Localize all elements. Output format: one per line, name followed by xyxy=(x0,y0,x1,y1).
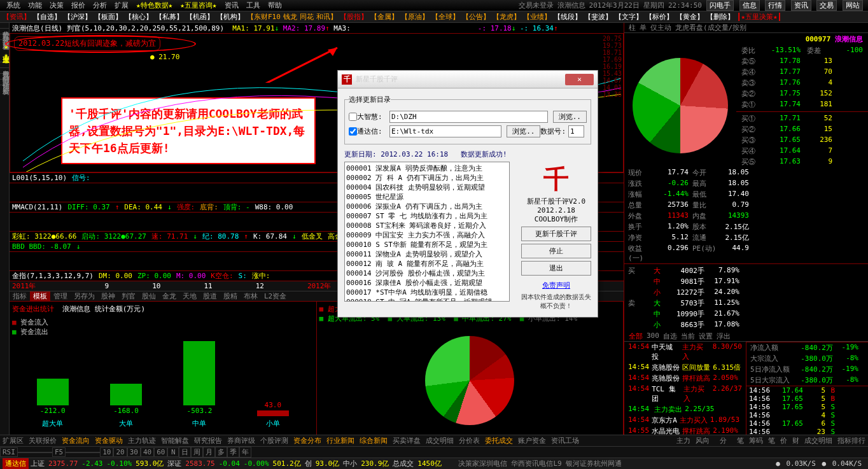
category-tab[interactable]: 【股指】 xyxy=(339,12,369,22)
bottom-tab[interactable]: 资金驱动 xyxy=(92,436,125,445)
dialog-titlebar[interactable]: 千 新星千股千评 ✕ xyxy=(338,71,598,88)
list-item[interactable]: 000018 ST 中 冠A 能量有所不足，近期观望 xyxy=(346,297,508,302)
bottom-tab-r[interactable]: 筹码 xyxy=(746,436,766,445)
indicator-tab[interactable]: 另存为 xyxy=(71,291,98,301)
category-tab[interactable]: 【核心】 xyxy=(123,12,154,22)
bottom-tab[interactable]: 扩展区 xyxy=(0,436,26,445)
category-tab[interactable]: 【标价】 xyxy=(644,12,675,22)
indicator-tab[interactable]: 股精 xyxy=(220,291,241,301)
category-tab[interactable]: 【龙虎】 xyxy=(491,12,522,22)
category-tab[interactable]: 【自选】 xyxy=(32,12,62,22)
stock-comment-list[interactable]: 000001 深发展A 弱势反弹酝酿，注意为主000002 万 科 A 仍有下调… xyxy=(344,162,510,302)
list-item[interactable]: 000005 世纪星源 xyxy=(346,192,508,202)
toolbar-btn[interactable]: 年 xyxy=(239,447,251,458)
category-tab[interactable]: 【黄金】 xyxy=(675,12,705,22)
menu-ext[interactable]: 扩展 xyxy=(111,1,132,10)
filter-tab[interactable]: 全部 xyxy=(627,332,645,341)
tdx-path[interactable] xyxy=(389,125,501,137)
bottom-tab-r[interactable]: 主力 xyxy=(674,436,693,445)
category-tab[interactable]: 同花 xyxy=(298,12,315,22)
bottom-tab-r[interactable]: 财 xyxy=(790,436,802,445)
toolbar-btn[interactable]: 60 xyxy=(154,447,167,457)
category-tab[interactable]: 【东财F10 xyxy=(246,12,282,22)
browse-dzh[interactable]: 浏览.. xyxy=(553,111,587,123)
tdx-checkbox[interactable] xyxy=(349,127,357,136)
toolbar-btn[interactable] xyxy=(66,452,77,453)
list-item[interactable]: 000004 国农科技 走势明显较弱，近期观望 xyxy=(346,183,508,192)
list-item[interactable]: 000002 万 科 A 仍有下调压力，出局为主 xyxy=(346,173,508,183)
menu-wuli[interactable]: ★五里咨询★ xyxy=(176,1,220,10)
menu-quote[interactable]: 报价 xyxy=(67,1,89,10)
bottom-tab-r[interactable]: 指标排行 xyxy=(835,436,868,445)
toolbar-btn[interactable]: 30 xyxy=(127,447,141,457)
category-tab[interactable]: 【机函】 xyxy=(185,12,215,22)
opt-tdx[interactable]: 通达信: xyxy=(349,127,387,136)
toolbar-btn[interactable]: 20 xyxy=(113,447,127,457)
indicator-tab[interactable]: 股仙 xyxy=(139,291,159,301)
filter-tab[interactable]: 浮出 xyxy=(715,332,732,341)
list-item[interactable]: 000016 深康佳A 股价小幅走强，近期观望 xyxy=(346,278,508,288)
disclaimer-link[interactable]: 免责声明 xyxy=(521,281,591,290)
category-tab[interactable]: 【斐波】 xyxy=(583,12,613,22)
category-tab[interactable]: 【公告】 xyxy=(461,12,491,22)
toolbar-btn[interactable]: N xyxy=(167,447,179,457)
category-tab[interactable]: ┃★五里决策★┃ xyxy=(736,12,783,22)
category-tab[interactable]: 【机构】 xyxy=(215,12,246,22)
list-item[interactable]: 000009 中国宝安 主力实力不强，高融介入 xyxy=(346,230,508,240)
filter-tab[interactable]: 自选 xyxy=(661,332,679,341)
toolbar-btn[interactable] xyxy=(41,452,52,453)
category-tab[interactable]: 和讯】 xyxy=(315,12,339,22)
list-item[interactable]: 000010 S ST华新 能量有所不足，观望为主 xyxy=(346,240,508,249)
link-news[interactable]: 资讯 xyxy=(791,0,811,11)
bottom-tab-r[interactable]: 风向 xyxy=(693,436,712,445)
link-web[interactable]: 网站 xyxy=(843,0,863,11)
filter-tab[interactable]: 设置 xyxy=(697,332,715,341)
indicator-tab[interactable]: 布林 xyxy=(241,291,261,301)
menu-special[interactable]: ★特色数据★ xyxy=(132,1,176,10)
bottom-tab[interactable]: 个股评测 xyxy=(258,436,291,445)
data-number[interactable] xyxy=(568,125,584,137)
category-tab[interactable]: 【私募】 xyxy=(154,12,185,22)
update-button[interactable]: 更新千股千评 xyxy=(521,227,591,241)
category-tab[interactable]: 【原油】 xyxy=(400,12,430,22)
menu-func[interactable]: 功能 xyxy=(24,1,46,10)
category-tab[interactable]: 【业绩】 xyxy=(522,12,552,22)
bottom-tab[interactable]: 券商评级 xyxy=(225,436,258,445)
indicator-tab[interactable]: 天地 xyxy=(179,291,200,301)
bottom-tab-r[interactable]: 成交明细 xyxy=(802,436,835,445)
bottom-tab-r[interactable]: 分 xyxy=(717,436,729,445)
link-trade[interactable]: 交易 xyxy=(816,0,837,11)
menu-news[interactable]: 资讯 xyxy=(221,1,242,10)
bottom-tab[interactable]: 智能解盘 xyxy=(158,436,192,445)
toolbar-btn[interactable]: 10 xyxy=(100,447,113,457)
bottom-tab-r[interactable]: 价 xyxy=(778,436,790,445)
filter-tab[interactable]: 300 xyxy=(645,332,661,341)
toolbar-btn[interactable] xyxy=(18,452,29,453)
toolbar-btn[interactable] xyxy=(77,452,88,453)
trade-log[interactable]: 14:5617.645B14:5617.655B14:5617.655S14:5… xyxy=(746,386,868,435)
opt-dzh[interactable]: 大智慧: xyxy=(349,112,387,122)
category-tab[interactable]: 【线段】 xyxy=(552,12,583,22)
category-tab[interactable]: 【资讯】 xyxy=(1,12,32,22)
bottom-tab[interactable]: 研究报告 xyxy=(192,436,225,445)
toolbar-btn[interactable] xyxy=(88,452,100,453)
bottom-tab[interactable]: 资金流向 xyxy=(59,436,92,445)
list-item[interactable]: 000006 深振业A 仍有下调压力，出局为主 xyxy=(346,202,508,211)
tdx-badge[interactable]: 通达信 xyxy=(3,458,29,469)
dzh-checkbox[interactable] xyxy=(349,113,357,121)
menu-tools[interactable]: 工具 xyxy=(242,1,264,10)
indicator-tab[interactable]: 模板 xyxy=(30,291,50,301)
toolbar-btn[interactable]: 40 xyxy=(141,447,154,457)
indicator-tab[interactable]: 金龙 xyxy=(159,291,179,301)
menu-help[interactable]: 帮助 xyxy=(264,1,286,10)
category-tab[interactable]: 【文字】 xyxy=(613,12,644,22)
list-item[interactable]: 000008 ST宝利来 筹码滚卷良好，近期介入 xyxy=(346,221,508,230)
link-lightning[interactable]: 闪电手 xyxy=(706,0,734,11)
bottom-tab[interactable]: 主力轨迹 xyxy=(125,436,158,445)
toolbar-btn[interactable]: 季 xyxy=(227,447,239,458)
stop-button[interactable]: 停止 xyxy=(521,244,591,258)
toolbar-btn[interactable]: 多 xyxy=(215,447,227,458)
bottom-tab-r[interactable]: 笔 xyxy=(734,436,746,445)
list-item[interactable]: 000011 深物业A 走势明显较弱，观望介入 xyxy=(346,249,508,259)
category-tab[interactable]: 【全球】 xyxy=(430,12,461,22)
